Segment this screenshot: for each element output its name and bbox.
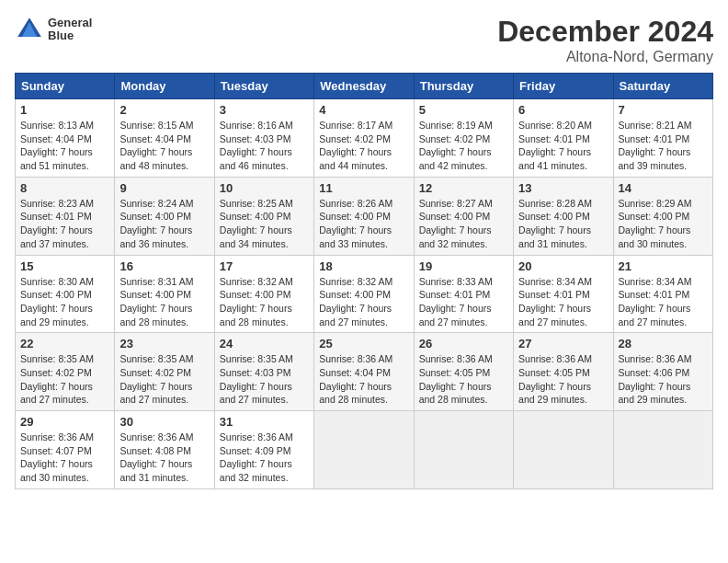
calendar-cell: 21Sunrise: 8:34 AM Sunset: 4:01 PM Dayli… (613, 255, 712, 333)
day-info: Sunrise: 8:28 AM Sunset: 4:00 PM Dayligh… (518, 197, 608, 251)
calendar-cell: 24Sunrise: 8:35 AM Sunset: 4:03 PM Dayli… (214, 333, 313, 411)
day-info: Sunrise: 8:29 AM Sunset: 4:00 PM Dayligh… (619, 197, 708, 251)
calendar-week-5: 29Sunrise: 8:36 AM Sunset: 4:07 PM Dayli… (16, 411, 713, 489)
calendar-cell: 1Sunrise: 8:13 AM Sunset: 4:04 PM Daylig… (16, 99, 115, 178)
calendar-cell (613, 411, 712, 489)
page-header: General Blue December 2024 Altona-Nord, … (15, 15, 713, 65)
day-info: Sunrise: 8:20 AM Sunset: 4:01 PM Dayligh… (518, 119, 608, 173)
day-info: Sunrise: 8:23 AM Sunset: 4:01 PM Dayligh… (20, 197, 109, 251)
day-info: Sunrise: 8:36 AM Sunset: 4:06 PM Dayligh… (619, 352, 708, 407)
day-info: Sunrise: 8:36 AM Sunset: 4:05 PM Dayligh… (419, 352, 508, 407)
day-info: Sunrise: 8:26 AM Sunset: 4:00 PM Dayligh… (319, 197, 408, 251)
day-number: 13 (518, 181, 608, 195)
calendar-cell: 22Sunrise: 8:35 AM Sunset: 4:02 PM Dayli… (16, 333, 115, 411)
header-col-wednesday: Wednesday (314, 74, 414, 99)
day-info: Sunrise: 8:19 AM Sunset: 4:02 PM Dayligh… (419, 119, 508, 173)
calendar-cell: 30Sunrise: 8:36 AM Sunset: 4:08 PM Dayli… (115, 411, 214, 489)
day-number: 26 (419, 337, 508, 350)
day-number: 20 (518, 259, 608, 273)
day-number: 11 (319, 181, 408, 195)
header-col-saturday: Saturday (613, 74, 712, 99)
day-number: 14 (619, 181, 708, 195)
day-info: Sunrise: 8:35 AM Sunset: 4:03 PM Dayligh… (220, 352, 309, 407)
day-info: Sunrise: 8:21 AM Sunset: 4:01 PM Dayligh… (619, 119, 708, 173)
day-info: Sunrise: 8:13 AM Sunset: 4:04 PM Dayligh… (20, 119, 109, 173)
calendar-cell: 19Sunrise: 8:33 AM Sunset: 4:01 PM Dayli… (414, 255, 513, 333)
day-number: 7 (619, 103, 708, 117)
day-number: 2 (119, 103, 209, 117)
day-number: 16 (119, 259, 209, 273)
day-info: Sunrise: 8:35 AM Sunset: 4:02 PM Dayligh… (119, 352, 209, 407)
day-number: 5 (419, 103, 508, 117)
day-number: 27 (518, 337, 608, 350)
day-number: 22 (20, 337, 109, 350)
day-info: Sunrise: 8:34 AM Sunset: 4:01 PM Dayligh… (518, 275, 608, 329)
calendar-cell: 14Sunrise: 8:29 AM Sunset: 4:00 PM Dayli… (613, 177, 712, 255)
day-number: 3 (220, 103, 309, 117)
day-info: Sunrise: 8:36 AM Sunset: 4:07 PM Dayligh… (20, 431, 109, 485)
calendar-cell (314, 411, 414, 489)
calendar-cell: 8Sunrise: 8:23 AM Sunset: 4:01 PM Daylig… (16, 177, 115, 255)
calendar-cell: 28Sunrise: 8:36 AM Sunset: 4:06 PM Dayli… (613, 333, 712, 411)
day-info: Sunrise: 8:32 AM Sunset: 4:00 PM Dayligh… (220, 275, 309, 329)
day-number: 21 (619, 259, 708, 273)
day-info: Sunrise: 8:36 AM Sunset: 4:08 PM Dayligh… (119, 431, 209, 485)
day-info: Sunrise: 8:30 AM Sunset: 4:00 PM Dayligh… (20, 275, 109, 329)
page-title: December 2024 (497, 15, 713, 49)
calendar-cell: 11Sunrise: 8:26 AM Sunset: 4:00 PM Dayli… (314, 177, 414, 255)
day-number: 17 (220, 259, 309, 273)
day-number: 28 (619, 337, 708, 350)
day-info: Sunrise: 8:34 AM Sunset: 4:01 PM Dayligh… (619, 275, 708, 329)
calendar-cell: 17Sunrise: 8:32 AM Sunset: 4:00 PM Dayli… (214, 255, 313, 333)
calendar-cell: 12Sunrise: 8:27 AM Sunset: 4:00 PM Dayli… (414, 177, 513, 255)
day-info: Sunrise: 8:31 AM Sunset: 4:00 PM Dayligh… (119, 275, 209, 329)
day-number: 8 (20, 181, 109, 195)
day-number: 9 (119, 181, 209, 195)
calendar-cell: 5Sunrise: 8:19 AM Sunset: 4:02 PM Daylig… (414, 99, 513, 178)
calendar-week-1: 1Sunrise: 8:13 AM Sunset: 4:04 PM Daylig… (16, 99, 713, 178)
day-number: 10 (220, 181, 309, 195)
calendar-cell: 25Sunrise: 8:36 AM Sunset: 4:04 PM Dayli… (314, 333, 414, 411)
day-info: Sunrise: 8:36 AM Sunset: 4:09 PM Dayligh… (220, 431, 309, 485)
day-info: Sunrise: 8:27 AM Sunset: 4:00 PM Dayligh… (419, 197, 508, 251)
day-info: Sunrise: 8:36 AM Sunset: 4:04 PM Dayligh… (319, 352, 408, 407)
day-number: 12 (419, 181, 508, 195)
calendar-cell: 4Sunrise: 8:17 AM Sunset: 4:02 PM Daylig… (314, 99, 414, 178)
logo-line1: General (48, 17, 92, 29)
day-info: Sunrise: 8:24 AM Sunset: 4:00 PM Dayligh… (119, 197, 209, 251)
day-info: Sunrise: 8:25 AM Sunset: 4:00 PM Dayligh… (220, 197, 309, 251)
calendar-cell: 10Sunrise: 8:25 AM Sunset: 4:00 PM Dayli… (214, 177, 313, 255)
title-block: December 2024 Altona-Nord, Germany (497, 15, 713, 65)
day-number: 4 (319, 103, 408, 117)
calendar-cell: 26Sunrise: 8:36 AM Sunset: 4:05 PM Dayli… (414, 333, 513, 411)
calendar-week-2: 8Sunrise: 8:23 AM Sunset: 4:01 PM Daylig… (16, 177, 713, 255)
day-info: Sunrise: 8:15 AM Sunset: 4:04 PM Dayligh… (119, 119, 209, 173)
day-info: Sunrise: 8:36 AM Sunset: 4:05 PM Dayligh… (518, 352, 608, 407)
day-info: Sunrise: 8:35 AM Sunset: 4:02 PM Dayligh… (20, 352, 109, 407)
calendar-cell: 18Sunrise: 8:32 AM Sunset: 4:00 PM Dayli… (314, 255, 414, 333)
calendar-cell (514, 411, 613, 489)
day-info: Sunrise: 8:32 AM Sunset: 4:00 PM Dayligh… (319, 275, 408, 329)
calendar-cell: 6Sunrise: 8:20 AM Sunset: 4:01 PM Daylig… (514, 99, 613, 178)
logo-icon (15, 15, 44, 44)
calendar-cell: 2Sunrise: 8:15 AM Sunset: 4:04 PM Daylig… (115, 99, 214, 178)
calendar-cell: 20Sunrise: 8:34 AM Sunset: 4:01 PM Dayli… (514, 255, 613, 333)
day-number: 1 (20, 103, 109, 117)
calendar-cell (414, 411, 513, 489)
header-col-friday: Friday (514, 74, 613, 99)
calendar-cell: 27Sunrise: 8:36 AM Sunset: 4:05 PM Dayli… (514, 333, 613, 411)
day-info: Sunrise: 8:17 AM Sunset: 4:02 PM Dayligh… (319, 119, 408, 173)
calendar-cell: 3Sunrise: 8:16 AM Sunset: 4:03 PM Daylig… (214, 99, 313, 178)
day-number: 18 (319, 259, 408, 273)
calendar-table: SundayMondayTuesdayWednesdayThursdayFrid… (15, 73, 713, 489)
day-info: Sunrise: 8:33 AM Sunset: 4:01 PM Dayligh… (419, 275, 508, 329)
day-number: 31 (220, 415, 309, 429)
header-col-monday: Monday (115, 74, 214, 99)
calendar-cell: 7Sunrise: 8:21 AM Sunset: 4:01 PM Daylig… (613, 99, 712, 178)
calendar-week-3: 15Sunrise: 8:30 AM Sunset: 4:00 PM Dayli… (16, 255, 713, 333)
day-number: 19 (419, 259, 508, 273)
calendar-week-4: 22Sunrise: 8:35 AM Sunset: 4:02 PM Dayli… (16, 333, 713, 411)
day-number: 25 (319, 337, 408, 350)
page-subtitle: Altona-Nord, Germany (497, 49, 713, 65)
day-number: 6 (518, 103, 608, 117)
